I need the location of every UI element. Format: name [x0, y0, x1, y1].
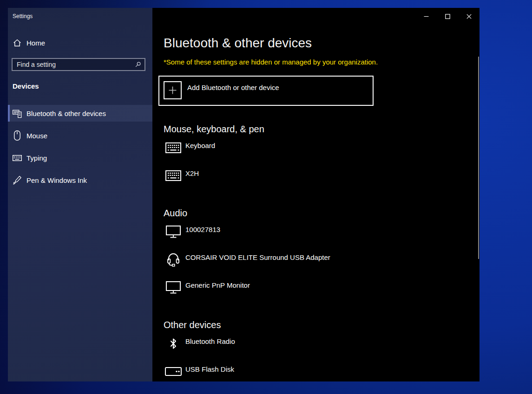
- sidebar-item-mouse[interactable]: Mouse: [8, 127, 152, 144]
- device-row-usb-flash-disk[interactable]: USB Flash Disk: [165, 365, 234, 379]
- sidebar-item-typing[interactable]: Typing: [8, 149, 152, 166]
- section-heading-audio: Audio: [164, 207, 187, 220]
- titlebar-controls: [415, 8, 479, 25]
- device-row-100027813[interactable]: 100027813: [165, 225, 220, 239]
- main-content: Bluetooth & other devices *Some of these…: [152, 8, 479, 381]
- search-icon[interactable]: [135, 61, 144, 68]
- devices-icon: [13, 108, 22, 119]
- minimize-button[interactable]: [415, 8, 437, 25]
- sidebar-item-label: Typing: [26, 154, 47, 162]
- monitor-icon: [165, 224, 182, 239]
- add-bluetooth-device-button[interactable]: Add Bluetooth or other device: [158, 76, 374, 106]
- sidebar-item-label: Pen & Windows Ink: [26, 176, 87, 184]
- monitor-icon: [165, 279, 182, 295]
- keyboard-icon: [13, 152, 22, 163]
- sidebar-item-pen-windows-ink[interactable]: Pen & Windows Ink: [8, 172, 152, 188]
- plus-icon: [164, 81, 182, 99]
- home-icon: [13, 37, 22, 48]
- device-row-generic-pnp-monitor[interactable]: Generic PnP Monitor: [165, 281, 250, 295]
- add-device-button-label: Add Bluetooth or other device: [187, 84, 279, 91]
- sidebar-item-label: Bluetooth & other devices: [26, 110, 106, 117]
- maximize-button[interactable]: [437, 8, 458, 25]
- device-name: Keyboard: [185, 141, 215, 150]
- device-name: CORSAIR VOID ELITE Surround USB Adapter: [185, 253, 330, 262]
- sidebar-item-home[interactable]: Home: [8, 34, 152, 51]
- device-name: 100027813: [185, 225, 220, 234]
- sidebar-item-label: Mouse: [26, 132, 47, 140]
- pen-icon: [13, 174, 22, 186]
- device-name: USB Flash Disk: [185, 365, 234, 374]
- desktop-background: Settings Home Devices: [0, 0, 532, 394]
- device-row-keyboard[interactable]: Keyboard: [165, 141, 215, 155]
- page-title: Bluetooth & other devices: [164, 34, 312, 52]
- section-heading-mouse-keyboard-pen: Mouse, keyboard, & pen: [164, 123, 264, 136]
- device-name: X2H: [185, 169, 199, 178]
- device-name: Generic PnP Monitor: [185, 281, 250, 290]
- organization-notice: *Some of these settings are hidden or ma…: [164, 58, 378, 66]
- bluetooth-icon: [165, 336, 182, 351]
- sidebar: Settings Home Devices: [8, 8, 152, 381]
- vertical-scrollbar[interactable]: [478, 57, 479, 259]
- device-name: Bluetooth Radio: [185, 337, 235, 346]
- mouse-icon: [13, 130, 22, 141]
- device-row-x2h[interactable]: X2H: [165, 169, 199, 183]
- keyboard-icon: [165, 140, 182, 155]
- usb-drive-icon: [165, 363, 182, 379]
- settings-window: Settings Home Devices: [8, 8, 479, 381]
- sidebar-item-bluetooth-other-devices[interactable]: Bluetooth & other devices: [8, 105, 152, 122]
- keyboard-icon: [165, 168, 182, 183]
- app-title: Settings: [13, 13, 33, 19]
- search-box[interactable]: [12, 58, 145, 71]
- headset-icon: [165, 252, 182, 267]
- device-row-bluetooth-radio[interactable]: Bluetooth Radio: [165, 337, 235, 351]
- close-button[interactable]: [458, 8, 479, 25]
- device-row-corsair-void[interactable]: CORSAIR VOID ELITE Surround USB Adapter: [165, 253, 330, 267]
- sidebar-item-label: Home: [26, 39, 45, 47]
- section-heading-other-devices: Other devices: [164, 319, 221, 331]
- search-input[interactable]: [13, 59, 135, 70]
- sidebar-section-header: Devices: [13, 82, 39, 90]
